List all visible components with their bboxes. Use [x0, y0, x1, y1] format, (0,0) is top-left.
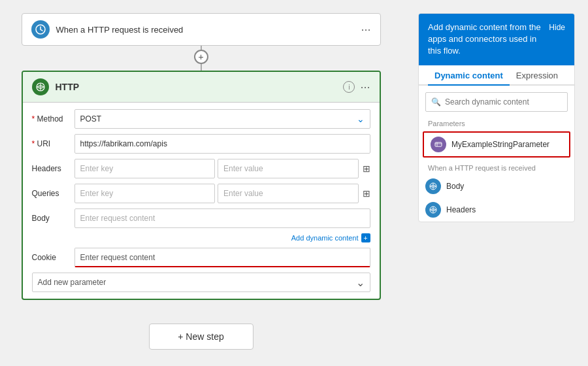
- queries-key-input[interactable]: Enter key: [74, 184, 216, 203]
- tab-dynamic-content[interactable]: Dynamic content: [428, 65, 510, 86]
- svg-rect-4: [435, 142, 442, 146]
- headers-table-icon[interactable]: ⊞: [363, 163, 370, 174]
- action-block: HTTP i ··· Method POST ⌄ URI: [22, 71, 381, 300]
- headers-value-placeholder: Enter value: [223, 164, 263, 173]
- queries-key-placeholder: Enter key: [80, 189, 114, 198]
- method-value: POST: [80, 114, 102, 124]
- cookie-input[interactable]: Enter request content: [74, 248, 370, 267]
- panel-item-headers-icon: [425, 202, 441, 218]
- panel-search-box[interactable]: 🔍: [425, 92, 568, 112]
- add-param-chevron-icon: ⌄: [356, 276, 365, 289]
- tab-expression[interactable]: Expression: [510, 65, 564, 86]
- action-icon: [32, 78, 49, 95]
- action-more-button[interactable]: ···: [360, 80, 370, 94]
- cookie-label: Cookie: [32, 253, 74, 262]
- uri-label: URI: [32, 139, 74, 148]
- dynamic-content-plus-icon: +: [361, 233, 370, 242]
- flow-area: When a HTTP request is received ··· + HT…: [13, 13, 389, 350]
- new-step-container: + New step: [149, 310, 253, 350]
- headers-value-input[interactable]: Enter value: [218, 159, 359, 178]
- method-row: Method POST ⌄: [32, 109, 370, 129]
- new-step-button[interactable]: + New step: [149, 324, 253, 350]
- trigger-more-button[interactable]: ···: [361, 23, 370, 37]
- dynamic-content-label: Add dynamic content: [291, 234, 359, 242]
- method-label: Method: [32, 114, 74, 124]
- body-placeholder: Enter request content: [80, 214, 155, 223]
- panel-item-myexample-text: MyExampleStringParameter: [451, 140, 549, 149]
- headers-key-placeholder: Enter key: [80, 164, 114, 173]
- action-header: HTTP i ···: [23, 72, 380, 103]
- add-param-label: Add new parameter: [38, 278, 106, 287]
- body-row: Body Enter request content: [32, 208, 370, 228]
- panel-tabs: Dynamic content Expression: [419, 65, 574, 86]
- queries-table-icon[interactable]: ⊞: [363, 188, 370, 199]
- headers-inputs: Enter key Enter value: [74, 159, 359, 178]
- trigger-title: When a HTTP request is received: [56, 25, 356, 35]
- action-info-icon[interactable]: i: [343, 81, 355, 93]
- panel-header-text: Add dynamic content from the apps and co…: [428, 22, 544, 58]
- trigger-block[interactable]: When a HTTP request is received ···: [22, 13, 381, 46]
- action-title: HTTP: [56, 82, 344, 92]
- main-canvas: When a HTTP request is received ··· + HT…: [0, 0, 588, 366]
- connector: +: [201, 46, 202, 71]
- search-icon: 🔍: [431, 97, 441, 107]
- panel-item-body-text: Body: [446, 182, 464, 191]
- cookie-row: Cookie Enter request content: [32, 248, 370, 267]
- dynamic-content-link[interactable]: Add dynamic content +: [32, 233, 370, 242]
- connector-plus-button[interactable]: +: [194, 50, 208, 64]
- body-label: Body: [32, 214, 74, 223]
- right-panel: Add dynamic content from the apps and co…: [418, 13, 575, 222]
- cookie-placeholder: Enter request content: [80, 253, 155, 262]
- uri-input[interactable]: https://fabrikam.com/apis: [74, 134, 370, 154]
- queries-value-placeholder: Enter value: [223, 189, 263, 198]
- panel-item-headers-text: Headers: [446, 205, 476, 214]
- method-select[interactable]: POST ⌄: [74, 109, 370, 129]
- trigger-icon: [31, 20, 50, 39]
- headers-key-input[interactable]: Enter key: [74, 159, 216, 178]
- queries-inputs: Enter key Enter value: [74, 184, 359, 203]
- panel-section-http-label: When a HTTP request is received: [419, 159, 574, 175]
- panel-item-body[interactable]: Body: [419, 175, 574, 198]
- panel-item-body-icon: [425, 178, 441, 194]
- body-input[interactable]: Enter request content: [74, 208, 370, 228]
- method-chevron-icon: ⌄: [357, 114, 365, 124]
- uri-row: URI https://fabrikam.com/apis: [32, 134, 370, 154]
- add-param-dropdown[interactable]: Add new parameter ⌄: [32, 273, 370, 292]
- action-body: Method POST ⌄ URI https://fabrikam.com/a…: [23, 103, 380, 299]
- panel-header: Add dynamic content from the apps and co…: [419, 14, 574, 65]
- panel-section-parameters-label: Parameters: [419, 116, 574, 130]
- queries-value-input[interactable]: Enter value: [218, 184, 359, 203]
- panel-search-input[interactable]: [445, 97, 562, 107]
- panel-item-myexample-icon: [431, 137, 446, 152]
- panel-item-myexample[interactable]: MyExampleStringParameter: [423, 131, 570, 158]
- headers-row: Headers Enter key Enter value ⊞: [32, 159, 370, 178]
- uri-value: https://fabrikam.com/apis: [80, 139, 167, 148]
- panel-hide-button[interactable]: Hide: [549, 23, 565, 32]
- panel-item-headers[interactable]: Headers: [419, 198, 574, 222]
- queries-row: Queries Enter key Enter value ⊞: [32, 184, 370, 203]
- headers-label: Headers: [32, 164, 74, 173]
- queries-label: Queries: [32, 189, 74, 198]
